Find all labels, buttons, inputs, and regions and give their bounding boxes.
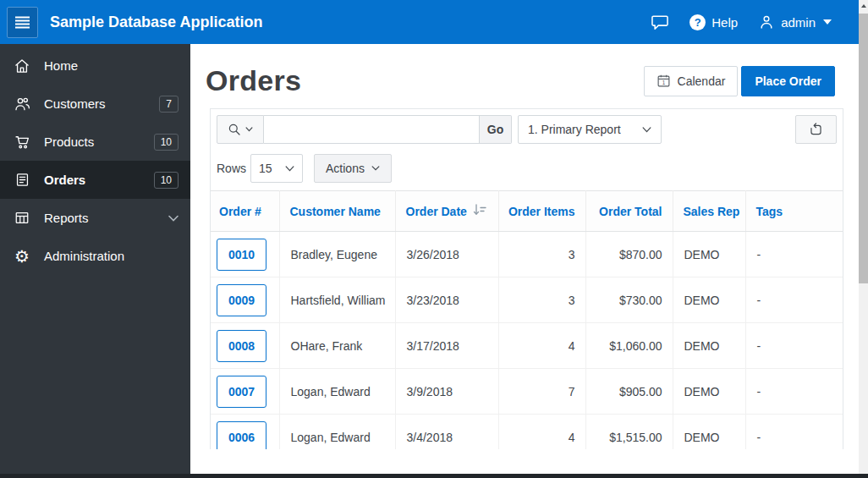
- chat-bubble-icon: [651, 14, 669, 30]
- feedback-button[interactable]: [651, 14, 669, 30]
- scrollbar-thumb[interactable]: [859, 14, 868, 283]
- app-header: Sample Database Application ? Help admin: [0, 0, 859, 44]
- rows-label: Rows: [217, 162, 246, 175]
- order-link-button[interactable]: 0009: [217, 284, 266, 316]
- table-row: 0009 Hartsfield, William 3/23/2018 3 $73…: [211, 277, 843, 323]
- order-link-button[interactable]: 0008: [217, 330, 266, 362]
- order-date-cell: 3/4/2018: [395, 415, 498, 450]
- order-total-cell: $905.00: [585, 369, 673, 415]
- calendar-button[interactable]: 1 Calendar: [644, 66, 739, 96]
- sales-rep-cell: DEMO: [673, 277, 745, 323]
- order-items-cell: 7: [498, 369, 585, 415]
- column-header-order-number[interactable]: Order #: [211, 191, 279, 232]
- products-count-badge: 10: [154, 134, 179, 151]
- app-title: Sample Database Application: [50, 14, 262, 31]
- sales-rep-cell: DEMO: [673, 232, 745, 277]
- column-header-customer-name[interactable]: Customer Name: [279, 191, 395, 232]
- person-icon: [758, 14, 775, 30]
- chevron-down-icon: [371, 166, 380, 171]
- order-items-cell: 3: [498, 277, 585, 323]
- table-row: 0008 OHare, Frank 3/17/2018 4 $1,060.00 …: [211, 323, 843, 369]
- orders-table: Order # Customer Name Order Date Order I…: [211, 190, 843, 449]
- customer-name-cell: Logan, Edward: [279, 415, 395, 450]
- sidebar-item-customers[interactable]: Customers 7: [0, 85, 190, 123]
- tags-cell: -: [745, 369, 843, 415]
- report-controls-bar: Rows 15 Actions: [211, 144, 843, 190]
- sidebar-item-home[interactable]: Home: [0, 47, 190, 85]
- search-input[interactable]: [264, 115, 480, 144]
- main-content: Orders 1 Calendar Place Order: [190, 44, 859, 478]
- sidebar-item-label: Customers: [44, 96, 106, 111]
- header-actions: ? Help admin: [651, 14, 859, 30]
- table-row: 0007 Logan, Edward 3/9/2018 7 $905.00 DE…: [211, 369, 843, 415]
- hamburger-icon: [14, 16, 30, 29]
- column-header-order-items[interactable]: Order Items: [498, 191, 585, 232]
- customer-name-cell: Bradley, Eugene: [279, 232, 395, 277]
- order-items-cell: 4: [498, 323, 585, 369]
- gear-icon: ⚙: [0, 248, 44, 265]
- reset-report-button[interactable]: [795, 115, 837, 144]
- chevron-down-icon: [823, 19, 832, 25]
- user-menu-button[interactable]: admin: [758, 14, 832, 30]
- go-button[interactable]: Go: [480, 115, 512, 144]
- saved-report-value: 1. Primary Report: [528, 123, 621, 136]
- vertical-scrollbar[interactable]: [859, 0, 868, 478]
- tags-cell: -: [745, 415, 843, 450]
- column-header-order-total[interactable]: Order Total: [585, 191, 673, 232]
- user-name: admin: [781, 15, 816, 30]
- calendar-button-label: Calendar: [678, 74, 726, 88]
- order-date-cell: 3/26/2018: [395, 232, 498, 277]
- rows-per-page-select[interactable]: 15: [250, 154, 303, 183]
- home-icon: [0, 58, 44, 74]
- chevron-down-icon: [168, 215, 179, 222]
- column-header-order-date[interactable]: Order Date: [395, 191, 498, 232]
- sidebar-nav: Home Customers 7 Products 10 Orders: [0, 44, 190, 478]
- report-search-bar: Go 1. Primary Report: [211, 109, 843, 144]
- actions-menu-button[interactable]: Actions: [314, 154, 392, 183]
- page-title: Orders: [206, 64, 301, 97]
- sort-descending-icon: [473, 205, 486, 218]
- help-button[interactable]: ? Help: [689, 14, 738, 30]
- order-link-button[interactable]: 0010: [217, 239, 266, 271]
- help-label: Help: [711, 15, 738, 30]
- rows-per-page-value: 15: [259, 162, 272, 175]
- column-header-sales-rep[interactable]: Sales Rep: [673, 191, 745, 232]
- customers-count-badge: 7: [159, 96, 179, 113]
- reset-icon: [808, 122, 824, 138]
- table-row: 0006 Logan, Edward 3/4/2018 4 $1,515.00 …: [211, 415, 843, 450]
- tags-cell: -: [745, 277, 843, 323]
- place-order-label: Place Order: [755, 74, 821, 88]
- sales-rep-cell: DEMO: [673, 369, 745, 415]
- sidebar-item-orders[interactable]: Orders 10: [0, 161, 190, 199]
- sales-rep-cell: DEMO: [673, 415, 745, 450]
- column-header-tags[interactable]: Tags: [745, 191, 843, 232]
- scrollbar-up-arrow[interactable]: [859, 0, 868, 12]
- customer-name-cell: OHare, Frank: [279, 323, 395, 369]
- order-date-cell: 3/17/2018: [395, 323, 498, 369]
- window-bottom-edge: [0, 474, 868, 478]
- sidebar-item-label: Reports: [44, 211, 89, 225]
- chevron-down-icon: [285, 166, 294, 172]
- place-order-button[interactable]: Place Order: [741, 66, 835, 96]
- search-icon: [228, 123, 241, 136]
- sidebar-item-reports[interactable]: Reports: [0, 199, 190, 237]
- order-link-button[interactable]: 0007: [217, 376, 266, 408]
- orders-icon: [0, 172, 44, 188]
- sidebar-item-administration[interactable]: ⚙ Administration: [0, 237, 190, 275]
- tags-cell: -: [745, 232, 843, 277]
- reports-icon: [0, 210, 44, 226]
- customer-name-cell: Hartsfield, William: [279, 277, 395, 323]
- help-icon: ?: [689, 14, 706, 30]
- customers-icon: [0, 96, 44, 113]
- order-items-cell: 4: [498, 415, 585, 450]
- order-link-button[interactable]: 0006: [217, 421, 266, 450]
- customer-name-cell: Logan, Edward: [279, 369, 395, 415]
- tags-cell: -: [745, 323, 843, 369]
- order-total-cell: $1,060.00: [585, 323, 673, 369]
- sidebar-item-products[interactable]: Products 10: [0, 123, 190, 161]
- menu-toggle-button[interactable]: [7, 7, 38, 38]
- order-items-cell: 3: [498, 232, 585, 277]
- calendar-icon: 1: [656, 74, 671, 88]
- saved-report-select[interactable]: 1. Primary Report: [518, 115, 662, 144]
- search-options-button[interactable]: [217, 115, 264, 144]
